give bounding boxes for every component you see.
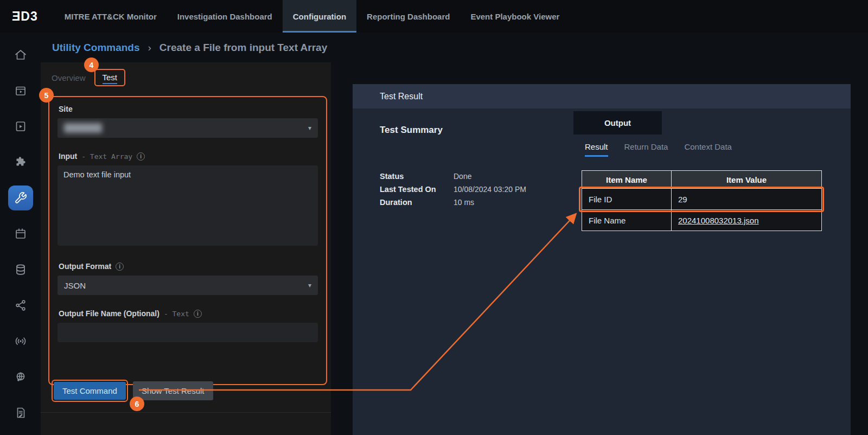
input-label-row: Input - Text Array — [59, 152, 318, 161]
nav-configuration[interactable]: Configuration — [283, 0, 356, 33]
test-result-panel: Test Result Test Summary Status Done Las… — [353, 84, 851, 435]
command-test-panel: Overview Test Site Input - Text Array De… — [41, 62, 331, 435]
table-row-file-name-value: 20241008032013.json — [672, 210, 822, 231]
result-table: Item Name Item Value File ID 29 File Nam… — [582, 170, 822, 231]
output-format-label: Output Format — [59, 262, 111, 271]
subtab-context-data[interactable]: Context Data — [684, 142, 732, 157]
output-format-label-row: Output Format — [59, 262, 318, 271]
table-row-file-id-value: 29 — [672, 189, 822, 210]
icon-sidebar — [0, 33, 41, 435]
table-row-file-id-name: File ID — [582, 189, 672, 210]
subtab-result[interactable]: Result — [585, 142, 608, 157]
output-file-name-type-hint: - Text — [164, 310, 189, 318]
output-file-name-input[interactable] — [58, 323, 318, 342]
info-icon[interactable] — [137, 152, 145, 161]
home-icon[interactable] — [0, 37, 41, 73]
column-header-item-name: Item Name — [582, 171, 672, 189]
input-textarea[interactable]: Demo text file input — [58, 165, 318, 246]
tab-overview[interactable]: Overview — [52, 73, 86, 82]
test-result-title: Test Result — [380, 92, 423, 101]
schedule-icon[interactable] — [0, 216, 41, 252]
step-badge-6: 6 — [130, 396, 144, 411]
summary-row: Duration 10 ms — [380, 196, 526, 209]
nav-event-playbook-viewer[interactable]: Event Playbook Viewer — [460, 0, 570, 33]
chevron-down-icon — [308, 282, 311, 289]
test-form-annotation-box: Site Input - Text Array Demo text file i… — [48, 96, 327, 385]
test-command-button[interactable]: Test Command — [54, 382, 126, 400]
nav-investigation-dashboard[interactable]: Investigation Dashboard — [167, 0, 283, 33]
output-subtabs: Result Return Data Context Data — [585, 142, 732, 157]
database-icon[interactable] — [0, 252, 41, 287]
last-tested-label: Last Tested On — [380, 185, 454, 194]
utility-commands-icon[interactable] — [0, 180, 41, 216]
status-value: Done — [454, 172, 471, 181]
input-label: Input — [59, 152, 77, 161]
table-row-file-name-name: File Name — [582, 210, 672, 231]
output-format-value: JSON — [64, 281, 86, 290]
tab-output[interactable]: Output — [573, 111, 662, 135]
output-format-dropdown[interactable]: JSON — [58, 276, 318, 295]
event-broadcast-icon[interactable] — [0, 323, 41, 359]
globe-icon[interactable] — [0, 359, 41, 395]
status-label: Status — [380, 172, 454, 181]
output-file-name-label-row: Output File Name (Optional) - Text — [59, 309, 318, 318]
report-edit-icon[interactable] — [0, 395, 41, 431]
test-command-annotation-box: Test Command — [52, 380, 128, 402]
link-analysis-icon[interactable] — [0, 287, 41, 323]
input-type-hint: - Text Array — [81, 152, 132, 161]
file-name-link[interactable]: 20241008032013.json — [678, 216, 758, 225]
last-tested-value: 10/08/2024 03:20 PM — [454, 185, 526, 194]
duration-value: 10 ms — [454, 198, 474, 207]
breadcrumb-separator: › — [148, 42, 151, 54]
nav-reporting-dashboard[interactable]: Reporting Dashboard — [356, 0, 460, 33]
playbook-icon[interactable] — [0, 108, 41, 144]
top-nav: ƎD3 MITRE ATT&CK Monitor Investigation D… — [0, 0, 868, 33]
d3-logo: ƎD3 — [12, 9, 38, 24]
site-dropdown[interactable] — [58, 118, 318, 138]
chevron-down-icon — [308, 124, 311, 132]
summary-row: Status Done — [380, 170, 526, 183]
site-value-redacted — [64, 123, 102, 133]
test-summary-title: Test Summary — [380, 125, 443, 136]
breadcrumb: Utility Commands › Create a File from in… — [0, 33, 868, 62]
integrations-icon[interactable] — [0, 144, 41, 180]
summary-row: Last Tested On 10/08/2024 03:20 PM — [380, 183, 526, 196]
output-file-name-label: Output File Name (Optional) — [59, 309, 159, 318]
test-result-header: Test Result — [353, 84, 851, 108]
info-icon[interactable] — [194, 310, 202, 318]
info-icon[interactable] — [116, 263, 124, 271]
duration-label: Duration — [380, 198, 454, 207]
column-header-item-value: Item Value — [672, 171, 822, 189]
show-test-result-button[interactable]: Show Test Result — [133, 381, 213, 400]
subtab-return-data[interactable]: Return Data — [624, 142, 668, 157]
tab-test[interactable]: Test — [103, 73, 118, 84]
breadcrumb-utility-commands[interactable]: Utility Commands — [52, 42, 140, 54]
site-label: Site — [59, 105, 73, 113]
step-badge-4: 4 — [84, 57, 99, 72]
tab-test-annotation-box[interactable]: Test — [94, 69, 126, 86]
step-badge-5: 5 — [39, 88, 54, 103]
test-summary-rows: Status Done Last Tested On 10/08/2024 03… — [380, 170, 526, 209]
site-label-row: Site — [59, 105, 318, 113]
monitor-play-icon[interactable] — [0, 73, 41, 108]
page-title: Create a File from input Text Array — [159, 42, 327, 54]
nav-mitre-attack-monitor[interactable]: MITRE ATT&CK Monitor — [54, 0, 167, 33]
panel-divider — [41, 412, 331, 413]
active-tool-highlight — [8, 185, 33, 210]
